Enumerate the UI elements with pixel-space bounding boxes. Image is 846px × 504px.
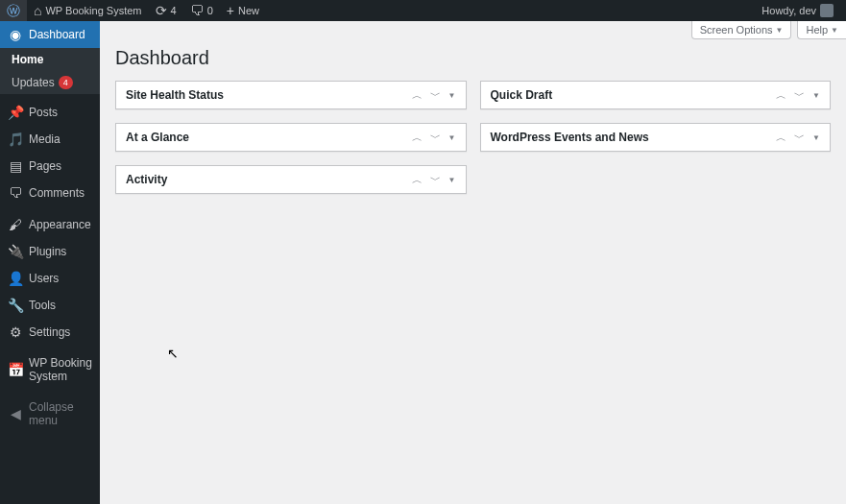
toggle-icon[interactable]: ▼ xyxy=(448,133,456,142)
plugin-icon: 🔌 xyxy=(8,244,23,259)
sidebar-item-comments[interactable]: 🗨Comments xyxy=(0,180,100,206)
comments-link[interactable]: 🗨0 xyxy=(183,0,220,21)
sidebar-label: Dashboard xyxy=(29,28,92,41)
move-up-icon[interactable]: ︿ xyxy=(412,173,423,187)
submenu-updates[interactable]: Updates 4 xyxy=(0,71,100,94)
comment-icon: 🗨 xyxy=(190,4,204,17)
widget-activity: Activity ︿﹀▼ xyxy=(115,165,467,194)
sidebar-item-dashboard[interactable]: ◉ Dashboard xyxy=(0,21,100,48)
widget-title: Quick Draft xyxy=(491,88,777,102)
move-up-icon[interactable]: ︿ xyxy=(412,131,423,145)
comments-count: 0 xyxy=(207,5,213,16)
page-icon: ▤ xyxy=(8,158,23,174)
page-title: Dashboard xyxy=(115,39,831,81)
settings-icon: ⚙ xyxy=(8,324,23,340)
widget-site-health: Site Health Status ︿﹀▼ xyxy=(115,81,467,109)
widget-header[interactable]: Site Health Status ︿﹀▼ xyxy=(116,82,466,108)
widget-title: WordPress Events and News xyxy=(491,131,777,144)
dashboard-col-right: Quick Draft ︿﹀▼ WordPress Events and New… xyxy=(480,81,832,207)
admin-bar: ⓦ ⌂WP Booking System ⟳4 🗨0 +New Howdy, d… xyxy=(0,0,846,21)
widget-header[interactable]: At a Glance ︿﹀▼ xyxy=(116,124,466,151)
move-up-icon[interactable]: ︿ xyxy=(776,131,786,145)
updates-link[interactable]: ⟳4 xyxy=(149,0,183,21)
widget-title: Activity xyxy=(126,173,412,186)
content-area: Screen Options▼ Help▼ Dashboard Site Hea… xyxy=(100,21,846,504)
widget-quick-draft: Quick Draft ︿﹀▼ xyxy=(480,81,832,109)
sidebar-item-media[interactable]: 🎵Media xyxy=(0,126,100,153)
widget-header[interactable]: Activity ︿﹀▼ xyxy=(116,166,466,193)
plus-icon: + xyxy=(227,4,234,17)
toggle-icon[interactable]: ▼ xyxy=(812,91,820,100)
move-up-icon[interactable]: ︿ xyxy=(412,88,423,103)
move-down-icon[interactable]: ﹀ xyxy=(430,131,441,145)
widget-title: At a Glance xyxy=(126,131,412,144)
site-name[interactable]: ⌂WP Booking System xyxy=(27,0,149,21)
sidebar-item-posts[interactable]: 📌Posts xyxy=(0,99,100,126)
chevron-down-icon: ▼ xyxy=(776,26,784,35)
user-icon: 👤 xyxy=(8,271,23,286)
wp-logo[interactable]: ⓦ xyxy=(0,0,27,21)
help-button[interactable]: Help▼ xyxy=(797,21,846,39)
chevron-down-icon: ▼ xyxy=(831,26,838,35)
sidebar-item-tools[interactable]: 🔧Tools xyxy=(0,292,100,319)
updates-badge: 4 xyxy=(59,76,73,89)
sidebar-item-users[interactable]: 👤Users xyxy=(0,265,100,292)
calendar-icon: 📅 xyxy=(8,362,23,377)
comment-icon: 🗨 xyxy=(8,185,23,201)
pin-icon: 📌 xyxy=(8,105,23,120)
media-icon: 🎵 xyxy=(8,132,23,147)
widget-wp-events: WordPress Events and News ︿﹀▼ xyxy=(480,123,832,152)
avatar-icon xyxy=(820,4,834,17)
widget-at-a-glance: At a Glance ︿﹀▼ xyxy=(115,123,467,152)
appearance-icon: 🖌 xyxy=(8,217,23,232)
sidebar-item-pages[interactable]: ▤Pages xyxy=(0,153,100,180)
move-up-icon[interactable]: ︿ xyxy=(776,88,786,103)
admin-sidebar: ◉ Dashboard Home Updates 4 📌Posts 🎵Media… xyxy=(0,21,100,504)
move-down-icon[interactable]: ﹀ xyxy=(794,88,805,103)
sidebar-item-plugins[interactable]: 🔌Plugins xyxy=(0,238,100,265)
move-down-icon[interactable]: ﹀ xyxy=(430,88,441,103)
updates-count: 4 xyxy=(171,5,177,16)
move-down-icon[interactable]: ﹀ xyxy=(794,131,805,145)
new-content[interactable]: +New xyxy=(220,0,266,21)
wordpress-icon: ⓦ xyxy=(7,4,20,17)
collapse-menu[interactable]: ◀Collapse menu xyxy=(0,395,100,434)
new-label: New xyxy=(238,5,259,16)
collapse-icon: ◀ xyxy=(8,406,23,421)
toggle-icon[interactable]: ▼ xyxy=(448,176,456,184)
update-icon: ⟳ xyxy=(156,4,167,17)
howdy-text: Howdy, dev xyxy=(761,5,816,16)
widget-header[interactable]: WordPress Events and News ︿﹀▼ xyxy=(481,124,831,151)
dashboard-widgets: Site Health Status ︿﹀▼ At a Glance ︿﹀▼ A… xyxy=(115,81,831,207)
widget-header[interactable]: Quick Draft ︿﹀▼ xyxy=(481,82,831,108)
dashboard-icon: ◉ xyxy=(8,27,23,42)
dashboard-submenu: Home Updates 4 xyxy=(0,48,100,94)
screen-options-button[interactable]: Screen Options▼ xyxy=(691,21,792,39)
sidebar-item-wp-booking[interactable]: 📅WP Booking System xyxy=(0,350,100,390)
widget-title: Site Health Status xyxy=(126,88,412,102)
dashboard-col-left: Site Health Status ︿﹀▼ At a Glance ︿﹀▼ A… xyxy=(115,81,467,207)
toggle-icon[interactable]: ▼ xyxy=(812,133,820,142)
sidebar-item-settings[interactable]: ⚙Settings xyxy=(0,319,100,346)
submenu-home[interactable]: Home xyxy=(0,48,100,71)
toggle-icon[interactable]: ▼ xyxy=(448,91,456,100)
screen-meta-links: Screen Options▼ Help▼ xyxy=(115,21,846,39)
my-account[interactable]: Howdy, dev xyxy=(755,0,840,21)
tool-icon: 🔧 xyxy=(8,298,23,313)
home-icon: ⌂ xyxy=(34,4,41,17)
site-title: WP Booking System xyxy=(45,5,141,16)
move-down-icon[interactable]: ﹀ xyxy=(430,173,441,187)
sidebar-item-appearance[interactable]: 🖌Appearance xyxy=(0,211,100,238)
